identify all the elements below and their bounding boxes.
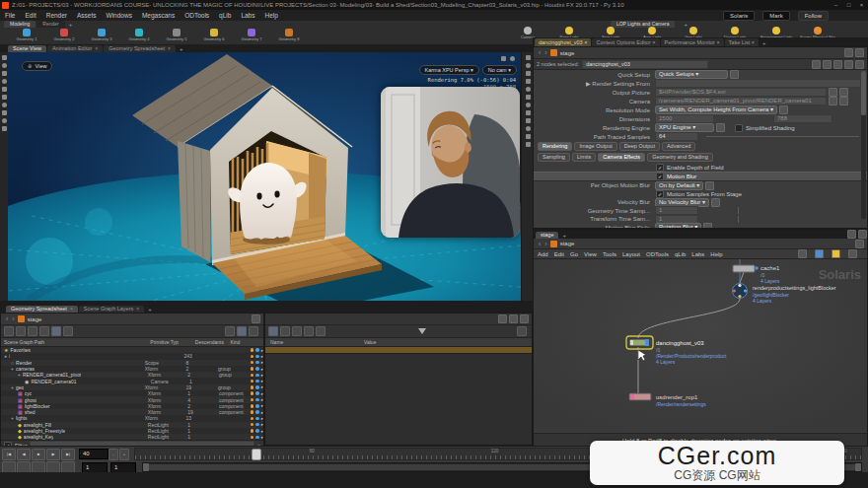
samples-field[interactable]: 64 (655, 132, 698, 141)
network-menu-item[interactable]: ODTools (646, 251, 669, 257)
network-menu-item[interactable]: Labs (691, 251, 704, 257)
pin-icon[interactable] (855, 240, 864, 248)
close-pane-icon[interactable] (858, 230, 867, 239)
file-chooser-icon[interactable] (839, 88, 848, 97)
prim-flags[interactable]: ▸ (249, 410, 263, 415)
resolution-mode-dropdown[interactable]: Set Width, Compute Height From Camera ▾ (655, 105, 777, 114)
network-menu-item[interactable]: View (584, 251, 597, 257)
tab-advanced[interactable]: Advanced (662, 142, 695, 151)
scene-graph-row[interactable]: +geo Xform 19 group ▸ (1, 384, 263, 390)
prim-flags[interactable]: ▸ (249, 348, 263, 353)
menu-item[interactable]: ODTools (180, 12, 214, 19)
node-dancingghost[interactable]: dancingghost_v03 /0 /Render/Products/ren… (626, 336, 727, 365)
range-start2-field[interactable]: 1 (110, 462, 136, 473)
prim-flags[interactable]: ▸ (249, 379, 263, 383)
shelf-tool[interactable]: Geometry 8 (270, 29, 308, 42)
maximize-button[interactable]: □ (842, 2, 855, 8)
dropdown-icon[interactable] (829, 97, 837, 105)
preset-button[interactable] (705, 181, 714, 190)
render-settings-from-field[interactable] (655, 79, 861, 88)
dropdown-icon[interactable] (498, 314, 507, 323)
renderer-pill[interactable]: Karma XPU Persp ▾ (419, 65, 479, 75)
close-button[interactable]: × (855, 2, 868, 8)
network-canvas[interactable]: Solaris cache1 /0 4 Layers renderproduct (534, 259, 867, 429)
height-field[interactable]: 788 (773, 114, 832, 123)
menu-item[interactable]: Render (41, 12, 72, 19)
scene-graph-row[interactable]: +RENDER_camera01_pivot Xform 2 group ▸ (1, 372, 263, 378)
select-tool-icon[interactable] (798, 249, 807, 258)
compare-icon[interactable] (844, 60, 853, 69)
prim-flags[interactable]: ▸ (249, 373, 263, 378)
node-chooser-icon[interactable] (839, 97, 848, 105)
shelf-tool[interactable]: Geometry 3 (83, 29, 120, 42)
motion-blur-checkbox[interactable]: ✓ (656, 173, 664, 180)
shelf-tool[interactable]: Geometry 4 (120, 29, 158, 42)
preset-button[interactable] (711, 198, 720, 207)
tab-geometry-spreadsheet-bottom[interactable]: Geometry Spreadsheet× (6, 306, 78, 313)
reset-icon[interactable] (855, 60, 864, 69)
frame-dec-button[interactable]: - (108, 449, 118, 460)
prim-flags[interactable]: ▸ (249, 360, 263, 365)
params-scrollbar[interactable] (861, 71, 866, 219)
quick-setup-dropdown[interactable]: Quick Setups ▾ (655, 70, 728, 79)
network-menu-item[interactable]: Go (570, 251, 578, 257)
tab-rendering[interactable]: Rendering (538, 142, 572, 151)
network-menu-item[interactable]: Edit (554, 251, 564, 257)
network-path[interactable]: stage (560, 241, 575, 246)
network-menu-item[interactable]: Help (710, 251, 722, 257)
transport-button[interactable]: ◀ (17, 449, 31, 460)
simplified-shading-checkbox[interactable] (735, 124, 743, 132)
menu-item[interactable]: Help (260, 12, 283, 19)
params-path[interactable]: stage (560, 50, 575, 56)
network-menu-item[interactable]: Tools (603, 251, 616, 257)
menu-item[interactable]: Windows (102, 12, 137, 19)
prim-flags[interactable]: ▸ (249, 416, 263, 421)
frame-inc-button[interactable]: + (119, 449, 129, 460)
view-mode-pill[interactable]: ⊕View (22, 61, 52, 71)
search-icon[interactable] (833, 60, 842, 69)
menu-dots-icon[interactable] (812, 60, 821, 69)
dof-checkbox[interactable]: ✓ (656, 164, 664, 172)
search-icon[interactable] (848, 249, 857, 258)
width-field[interactable]: 1500 (655, 114, 714, 123)
mark-button[interactable]: Mark (762, 11, 789, 21)
scene-graph-toolbar[interactable] (1, 325, 263, 338)
node-renderproductsettings[interactable]: renderproductsettings_lightBlocker /geo/… (733, 284, 836, 305)
tab-node-params[interactable]: dancingghost_v03 × (535, 38, 591, 46)
network-menu-item[interactable]: Layout (622, 251, 640, 257)
prim-flags[interactable]: ▸ (249, 397, 263, 402)
gear-icon[interactable] (823, 60, 832, 69)
dropdown-icon[interactable] (829, 88, 837, 97)
shelf-tab-1[interactable]: Modeling (4, 21, 36, 28)
output-picture-field[interactable]: $HIP/render/$OS.$F4.exr (655, 88, 827, 97)
prim-flags[interactable]: ▸ (249, 429, 263, 434)
nav-forward-icon[interactable]: › (542, 241, 548, 247)
scene-graph-row[interactable]: ▦ghost Xform 4 component ▸ (1, 396, 263, 402)
shelf-add-tab[interactable]: + (66, 22, 76, 28)
prim-flags[interactable]: ▸ (249, 384, 263, 389)
prim-flags[interactable]: ▸ (249, 435, 263, 440)
preset-button[interactable] (730, 70, 739, 79)
preset-button[interactable] (716, 123, 725, 132)
transport-button[interactable]: ▶ (46, 449, 60, 460)
tab-image-output[interactable]: Image Output (574, 142, 616, 151)
network-menu-item[interactable]: Add (538, 251, 548, 257)
selected-spreadsheet-row[interactable] (265, 347, 532, 354)
color-palette-icon[interactable] (832, 249, 840, 258)
menu-item[interactable]: Assets (72, 12, 102, 19)
add-network-tab[interactable]: + (559, 233, 569, 239)
pin-icon[interactable] (252, 314, 260, 323)
prim-flags[interactable]: ▸ (249, 403, 263, 408)
tab-geometry-spreadsheet[interactable]: Geometry Spreadsheet× (104, 45, 176, 52)
tab-geometry-shading[interactable]: Geometry and Shading (647, 153, 713, 162)
samples-slider[interactable] (706, 136, 859, 137)
nav-forward-icon[interactable]: › (542, 49, 548, 56)
tab-scene-view[interactable]: Scene View (8, 45, 46, 52)
range-start-field[interactable]: 1 (82, 462, 108, 473)
scene-graph-row[interactable]: ▦lightBlocker Xform 2 component ▸ (1, 403, 263, 409)
menu-item[interactable]: Megascans (137, 12, 180, 19)
scene-graph-row[interactable]: ▦cyc Xform 1 component ▸ (1, 390, 263, 396)
current-frame-field[interactable]: 40 (79, 449, 108, 459)
rendering-engine-dropdown[interactable]: XPU Engine ▾ (655, 123, 714, 132)
tab-network[interactable]: stage (536, 232, 558, 239)
